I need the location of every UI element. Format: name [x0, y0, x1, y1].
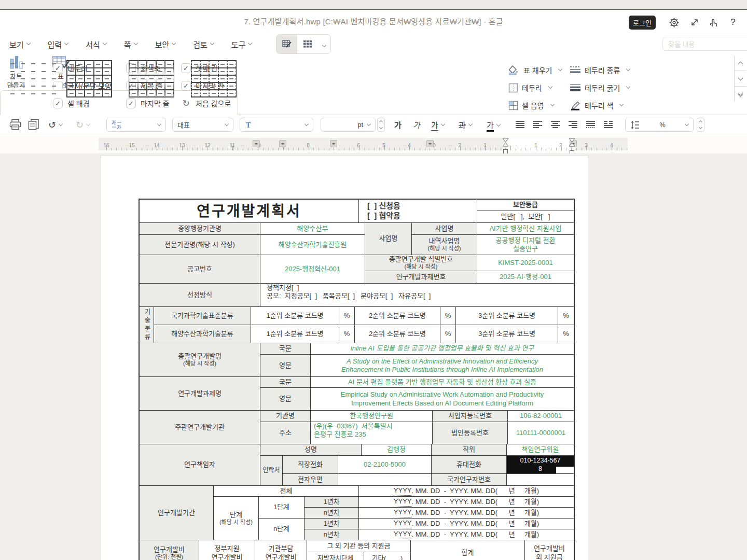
address-label-cell[interactable]: 주소: [260, 422, 311, 444]
menu-security[interactable]: 보안: [155, 39, 176, 50]
period-value-cell[interactable]: YYYY. MM. DD - YYYY. MM. DD( 년 개월): [359, 519, 574, 529]
table-style-all-borders[interactable]: [66, 60, 112, 97]
gallery-scroll-up-button[interactable]: [735, 55, 746, 71]
project-no-label-cell[interactable]: 연구개발과제번호: [365, 271, 477, 284]
rnd-period-label-cell[interactable]: 연구개발기간: [140, 486, 214, 540]
stagen-label-cell[interactable]: n단계: [259, 519, 305, 540]
help-icon[interactable]: ?: [727, 17, 739, 28]
login-button[interactable]: 로그인: [629, 16, 656, 30]
gov-support-cell[interactable]: 정부지원연구개발비: [199, 540, 255, 560]
tech-pct3-cell[interactable]: %: [558, 307, 574, 325]
work-phone-label-cell[interactable]: 직장전화: [283, 456, 338, 474]
underline-button[interactable]: 가: [431, 119, 445, 131]
non-budget-support-cell[interactable]: 연구개발비외 지원금: [525, 540, 574, 560]
table-style-dashed[interactable]: [191, 60, 237, 97]
overall-rnd-name-label-cell[interactable]: 총괄연구개발명(해당 시 작성): [140, 343, 260, 377]
gallery-scroll-down-button[interactable]: [735, 71, 746, 87]
search-input[interactable]: 찾을 내용: [662, 37, 747, 51]
fullscreen-expand-icon[interactable]: [689, 17, 700, 28]
detail-program-value-cell[interactable]: 공공행정 디지털 전환실증연구: [477, 235, 574, 255]
menu-tools[interactable]: 도구: [231, 39, 252, 50]
mobile-value-cell[interactable]: 010-1234-567 8: [507, 456, 574, 474]
period-total-value-cell[interactable]: YYYY. MM. DD - YYYY. MM. DD( 년 개월): [359, 486, 574, 497]
menu-page[interactable]: 쪽: [124, 39, 137, 50]
overall-id-label-cell[interactable]: 총괄연구개발 식별번호(해당 시 작성): [365, 255, 477, 271]
cell-border-button[interactable]: 테두리: [508, 81, 552, 94]
business-no-label-cell[interactable]: 사업자등록번호: [433, 411, 508, 422]
tech-pct1-cell[interactable]: %: [339, 325, 355, 343]
specialized-agency-label-cell[interactable]: 전문기관명(해당 시 작성): [140, 235, 260, 255]
announcement-no-label-cell[interactable]: 공고번호: [140, 255, 260, 284]
project-korean-title-cell[interactable]: AI 문서 편집 플랫폼 기반 행정업무 자동화 및 생산성 향상 효과 실증: [311, 377, 574, 388]
project-english-title-cell[interactable]: Empirical Study on Administrative Work A…: [311, 388, 574, 411]
bold-button[interactable]: 가: [394, 119, 402, 130]
align-left-button[interactable]: [533, 120, 543, 128]
line-spacing-stepper[interactable]: [697, 118, 704, 132]
specialized-agency-value-cell[interactable]: 해양수산과학기술진흥원: [260, 235, 365, 255]
central-agency-value-cell[interactable]: 해양수산부: [260, 223, 365, 235]
outline-style-dropdown[interactable]: 대표: [172, 118, 233, 132]
tech-pct2-cell[interactable]: %: [440, 307, 456, 325]
yearn-label-cell[interactable]: n년차: [305, 529, 359, 540]
period-value-cell[interactable]: YYYY. MM. DD - YYYY. MM. DD( 년 개월): [359, 497, 574, 508]
address-value-cell[interactable]: (우)(우 03367) 서울특별시 은평구 진흥로 235: [311, 422, 433, 444]
tech-class-vertical-label-cell[interactable]: 기술분류: [140, 307, 154, 343]
security-grade-options-cell[interactable]: 일반[ ], 보안[ ]: [477, 211, 574, 223]
gallery-more-button[interactable]: [735, 87, 746, 102]
strikethrough-button[interactable]: 과: [459, 119, 472, 130]
column-grip[interactable]: ◂▸: [330, 140, 337, 147]
apply-type-cell[interactable]: [ ] 신청용 [ ] 협약용: [359, 200, 477, 223]
font-family-dropdown[interactable]: T: [240, 118, 313, 132]
stepper-down[interactable]: [697, 125, 704, 132]
tech-pct1-cell[interactable]: %: [339, 307, 355, 325]
announcement-no-value-cell[interactable]: 2025-행정혁신-001: [260, 255, 365, 284]
align-center-button[interactable]: [550, 120, 560, 128]
overall-english-title-cell[interactable]: A Study on the Effect of Administrative …: [311, 355, 574, 377]
pi-label-cell[interactable]: 연구책임자: [140, 444, 260, 486]
presentation-hand-icon[interactable]: [708, 17, 719, 28]
mobile-label-cell[interactable]: 휴대전화: [432, 456, 507, 474]
security-grade-cell[interactable]: 보안등급: [477, 200, 574, 211]
year1-label-cell[interactable]: 1년차: [305, 497, 359, 508]
column-grip[interactable]: ◂▸: [253, 140, 260, 147]
line-spacing-dropdown[interactable]: %: [625, 118, 694, 132]
pi-name-value-cell[interactable]: 김행정: [362, 444, 432, 456]
project-no-value-cell[interactable]: 2025-AI-행정-001: [477, 271, 574, 284]
table-grid-mode-button[interactable]: [297, 35, 318, 53]
budget-label-cell[interactable]: 연구개발비(단위: 천원): [140, 540, 199, 560]
korean-label-cell[interactable]: 국문: [260, 343, 311, 355]
align-justify-button[interactable]: [515, 120, 525, 128]
corp-no-label-cell[interactable]: 법인등록번호: [433, 422, 508, 444]
local-gov-cell[interactable]: 지방자치단체: [307, 552, 364, 560]
menu-format[interactable]: 서식: [86, 39, 106, 50]
tech-pct2-cell[interactable]: %: [440, 325, 456, 343]
indent-marker-right[interactable]: [569, 138, 575, 150]
overall-id-value-cell[interactable]: KIMST-2025-0001: [477, 255, 574, 271]
tech-code1-cell[interactable]: 1순위 소분류 코드명: [251, 307, 339, 325]
tech-code3-cell[interactable]: 3순위 소분류 코드명: [456, 325, 558, 343]
checkbox-last-row[interactable]: 마지막 줄: [126, 97, 169, 109]
period-stage-label-cell[interactable]: 단계(해당 시 작성): [214, 497, 259, 540]
redo-button[interactable]: ↻: [76, 119, 90, 131]
org-name-label-cell[interactable]: 기관명: [260, 411, 311, 422]
email-label-cell[interactable]: 전자우편: [283, 474, 338, 486]
researcher-id-value-cell[interactable]: [507, 474, 574, 486]
pi-name-label-cell[interactable]: 성명: [260, 444, 362, 456]
work-phone-value-cell[interactable]: 02-2100-5000: [338, 456, 432, 474]
table-mode-dropdown[interactable]: [318, 39, 330, 49]
checkbox-cell-background[interactable]: 셀 배경: [53, 97, 90, 109]
table-fill-button[interactable]: 표 채우기: [508, 63, 562, 77]
org-share-cell[interactable]: 기관부담연구개발비: [255, 540, 307, 560]
detail-program-label-cell[interactable]: 내역사업명(해당 시 작성): [412, 235, 477, 255]
indent-marker-left[interactable]: [502, 138, 509, 150]
font-size-dropdown[interactable]: pt: [321, 118, 376, 132]
business-no-value-cell[interactable]: 106-82-00001: [508, 411, 574, 422]
style-preset-dropdown[interactable]: 가가: [106, 118, 166, 132]
budget-total-cell[interactable]: 합계: [411, 540, 525, 560]
stepper-up[interactable]: [697, 118, 704, 125]
tech-pct3-cell[interactable]: %: [558, 325, 574, 343]
cell-shading-button[interactable]: 셀 음영: [508, 99, 554, 112]
overall-korean-title-cell[interactable]: inline AI 도입을 통한 공공기관 행정업무 효율화 및 혁신 효과 연…: [311, 343, 574, 355]
print-preview-button[interactable]: [28, 119, 39, 130]
marine-tech-class-cell[interactable]: 해양수산과학기술분류: [154, 325, 251, 343]
